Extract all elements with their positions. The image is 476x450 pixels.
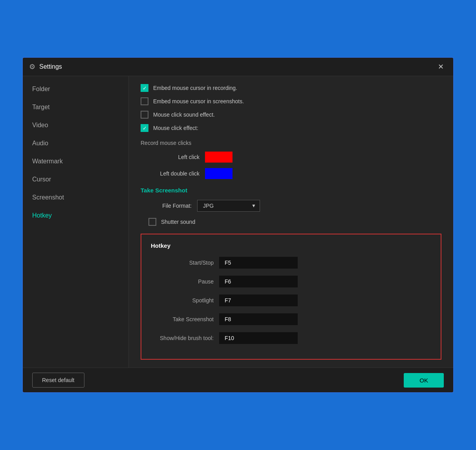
sidebar-item-cursor[interactable]: Cursor: [23, 170, 128, 188]
content-area: ✓ Embed mouse cursor in recording. Embed…: [129, 76, 453, 368]
left-click-label: Left click: [148, 154, 200, 160]
checkbox-embed-cursor-recording[interactable]: ✓: [141, 84, 148, 92]
sidebar-item-audio[interactable]: Audio: [23, 134, 128, 152]
left-double-click-row: Left double click: [148, 168, 441, 179]
left-click-row: Left click: [148, 152, 441, 163]
settings-window: ⚙ Settings ✕ Folder Target Video Audio W…: [22, 57, 454, 393]
checkmark-icon: ✓: [143, 85, 147, 91]
shutter-sound-row: Shutter sound: [148, 218, 441, 226]
hotkey-row-show-hide-brush: Show/Hide brush tool:: [151, 332, 431, 344]
embed-cursor-recording-label: Embed mouse cursor in recording.: [153, 85, 237, 91]
window-title: Settings: [39, 63, 431, 70]
mouse-click-sound-label: Mouse click sound effect.: [153, 112, 215, 118]
close-button[interactable]: ✕: [435, 62, 447, 72]
file-format-dropdown-wrap: JPG PNG BMP ▼: [197, 200, 260, 212]
checkmark-icon-2: ✓: [143, 125, 147, 131]
checkbox-embed-cursor-screenshots[interactable]: [141, 97, 148, 105]
ok-button[interactable]: OK: [404, 373, 444, 388]
checkbox-row-mouse-click-effect: ✓ Mouse click effect:: [141, 124, 441, 132]
hotkey-label-spotlight: Spotlight: [151, 297, 214, 304]
record-mouse-clicks-section: Record mouse clicks Left click Left doub…: [141, 140, 441, 179]
main-content: Folder Target Video Audio Watermark Curs…: [23, 76, 453, 368]
embed-cursor-screenshots-label: Embed mouse cursor in screenshots.: [153, 98, 244, 104]
title-bar: ⚙ Settings ✕: [23, 58, 453, 76]
sidebar-item-hotkey[interactable]: Hotkey: [23, 207, 128, 225]
sidebar-item-target[interactable]: Target: [23, 98, 128, 116]
shutter-sound-label: Shutter sound: [161, 219, 195, 225]
file-format-select[interactable]: JPG PNG BMP: [197, 200, 260, 212]
reset-default-button[interactable]: Reset default: [32, 373, 84, 388]
checkbox-row-mouse-click-sound: Mouse click sound effect.: [141, 111, 441, 119]
checkbox-shutter-sound[interactable]: [148, 218, 156, 226]
hotkey-label-start-stop: Start/Stop: [151, 260, 214, 266]
checkbox-mouse-click-sound[interactable]: [141, 111, 148, 119]
hotkey-label-show-hide-brush: Show/Hide brush tool:: [151, 335, 214, 341]
file-format-row: File Format: JPG PNG BMP ▼: [148, 200, 441, 212]
scrollable-content[interactable]: ✓ Embed mouse cursor in recording. Embed…: [129, 76, 453, 368]
hotkey-section: Hotkey Start/Stop Pause Spotlight T: [141, 234, 441, 360]
hotkey-input-spotlight[interactable]: [219, 295, 298, 306]
record-mouse-clicks-label: Record mouse clicks: [141, 140, 441, 146]
hotkey-title: Hotkey: [151, 242, 431, 249]
checkbox-row-embed-cursor-screenshots: Embed mouse cursor in screenshots.: [141, 97, 441, 105]
sidebar-item-video[interactable]: Video: [23, 116, 128, 134]
hotkey-input-pause[interactable]: [219, 276, 298, 287]
checkbox-row-embed-cursor-recording: ✓ Embed mouse cursor in recording.: [141, 84, 441, 92]
sidebar-item-folder[interactable]: Folder: [23, 80, 128, 98]
hotkey-label-pause: Pause: [151, 278, 214, 285]
hotkey-row-start-stop: Start/Stop: [151, 257, 431, 269]
hotkey-input-start-stop[interactable]: [219, 257, 298, 269]
footer-bar: Reset default OK: [23, 368, 453, 392]
hotkey-label-take-screenshot: Take Screenshot: [151, 316, 214, 322]
left-double-click-label: Left double click: [148, 170, 200, 177]
checkbox-mouse-click-effect[interactable]: ✓: [141, 124, 148, 132]
settings-icon: ⚙: [29, 62, 35, 71]
left-double-click-color-swatch[interactable]: [205, 168, 233, 179]
hotkey-row-spotlight: Spotlight: [151, 295, 431, 306]
sidebar-item-screenshot[interactable]: Screenshot: [23, 188, 128, 207]
left-click-color-swatch[interactable]: [205, 152, 233, 163]
hotkey-row-take-screenshot: Take Screenshot: [151, 313, 431, 325]
sidebar: Folder Target Video Audio Watermark Curs…: [23, 76, 129, 368]
sidebar-item-watermark[interactable]: Watermark: [23, 152, 128, 170]
hotkey-input-take-screenshot[interactable]: [219, 313, 298, 325]
take-screenshot-title: Take Screenshot: [141, 187, 441, 194]
take-screenshot-section: Take Screenshot File Format: JPG PNG BMP…: [141, 187, 441, 226]
cursor-checkboxes-section: ✓ Embed mouse cursor in recording. Embed…: [141, 84, 441, 132]
file-format-label: File Format:: [148, 203, 192, 209]
hotkey-row-pause: Pause: [151, 276, 431, 287]
hotkey-input-show-hide-brush[interactable]: [219, 332, 298, 344]
mouse-click-effect-label: Mouse click effect:: [153, 125, 198, 131]
